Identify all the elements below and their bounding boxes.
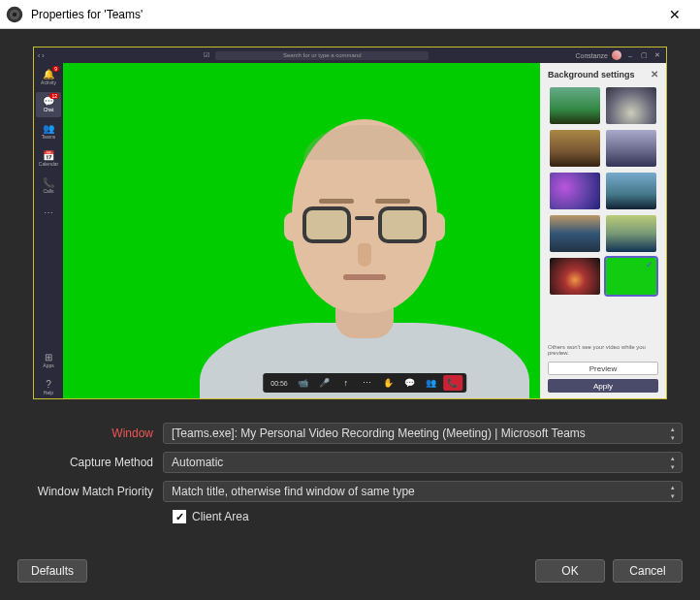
bg-option-1[interactable] xyxy=(606,87,656,124)
mic-icon[interactable]: 🎤 xyxy=(315,375,334,391)
bg-option-3[interactable] xyxy=(606,130,656,167)
titlebar: Properties for 'Teams' ✕ xyxy=(0,0,700,29)
teams-titlebar: ‹ › ☑ Search for or type a command Const… xyxy=(34,47,666,63)
meeting-time: 00:56 xyxy=(267,375,292,391)
teams-new-icon[interactable]: ☑ xyxy=(204,51,209,59)
priority-label: Window Match Priority xyxy=(17,485,163,498)
meeting-controls: 00:56 📹 🎤 ↑ ⋯ ✋ 💬 👥 📞 xyxy=(263,373,466,393)
capture-preview: ‹ › ☑ Search for or type a command Const… xyxy=(33,47,667,399)
share-icon[interactable]: ↑ xyxy=(336,375,356,391)
bg-option-2[interactable] xyxy=(550,130,600,167)
bg-note: Others won't see your video while you pr… xyxy=(540,344,666,360)
svg-point-2 xyxy=(13,12,17,16)
dialog-body: ‹ › ☑ Search for or type a command Const… xyxy=(0,29,700,600)
capture-label: Capture Method xyxy=(17,456,163,469)
close-button[interactable]: ✕ xyxy=(655,1,694,28)
rail-activity[interactable]: 🔔Activity9 xyxy=(36,65,61,90)
bg-option-5[interactable] xyxy=(606,173,656,209)
rail-help[interactable]: ?Help xyxy=(36,375,61,399)
rail-more[interactable]: ⋯ xyxy=(36,201,61,226)
dialog-buttons: Defaults OK Cancel xyxy=(17,559,683,583)
client-area-label: Client Area xyxy=(192,510,249,523)
rail-apps[interactable]: ⊞Apps xyxy=(36,348,61,373)
defaults-button[interactable]: Defaults xyxy=(17,559,87,583)
priority-select[interactable]: Match title, otherwise find window of sa… xyxy=(163,481,683,502)
cancel-button[interactable]: Cancel xyxy=(613,559,683,583)
bg-option-7[interactable] xyxy=(606,215,656,252)
bg-panel-title: Background settings xyxy=(548,70,635,79)
avatar[interactable] xyxy=(612,50,621,60)
bg-option-4[interactable] xyxy=(550,173,600,209)
bg-option-8[interactable] xyxy=(550,258,600,295)
raise-hand-icon[interactable]: ✋ xyxy=(379,375,398,391)
form: Window [Teams.exe]: My Personal Video Re… xyxy=(17,423,683,523)
bg-option-6[interactable] xyxy=(550,215,600,252)
person-green-screen xyxy=(190,80,539,399)
teams-back-icon[interactable]: ‹ › xyxy=(38,52,57,59)
spinner-icon[interactable]: ▴▾ xyxy=(666,425,680,442)
rail-chat[interactable]: 💬Chat12 xyxy=(36,92,61,117)
capture-select[interactable]: Automatic ▴▾ xyxy=(163,452,683,473)
obs-icon xyxy=(6,6,23,23)
dialog-title: Properties for 'Teams' xyxy=(31,8,655,21)
minimize-icon[interactable]: – xyxy=(625,50,635,60)
spinner-icon[interactable]: ▴▾ xyxy=(666,454,680,471)
chat-icon[interactable]: 💬 xyxy=(400,375,420,391)
teams-search-input[interactable]: Search for or type a command xyxy=(215,51,429,60)
background-settings-panel: Background settings ✕ xyxy=(540,63,666,399)
window-label: Window xyxy=(17,426,163,440)
window-value: [Teams.exe]: My Personal Video Recording… xyxy=(172,426,586,440)
video-area: 00:56 📹 🎤 ↑ ⋯ ✋ 💬 👥 📞 ☖ Background setti… xyxy=(63,63,666,399)
bg-option-9-selected[interactable] xyxy=(606,258,656,295)
client-area-checkbox[interactable]: ✓ xyxy=(173,510,186,523)
bg-apply-button[interactable]: Apply xyxy=(548,379,658,393)
teams-rail: 🔔Activity9 💬Chat12 👥Teams 📅Calendar 📞Cal… xyxy=(34,63,63,399)
hangup-icon[interactable]: 📞 xyxy=(443,375,462,391)
rail-calendar[interactable]: 📅Calendar xyxy=(36,146,61,172)
teams-username: Constanze xyxy=(576,52,608,59)
window-select[interactable]: [Teams.exe]: My Personal Video Recording… xyxy=(163,423,683,444)
rail-teams[interactable]: 👥Teams xyxy=(36,119,61,144)
bg-preview-button[interactable]: Preview xyxy=(548,362,658,375)
window-close-icon[interactable]: ✕ xyxy=(652,50,662,60)
camera-icon[interactable]: 📹 xyxy=(294,375,313,391)
more-icon[interactable]: ⋯ xyxy=(358,375,377,391)
bg-panel-close-icon[interactable]: ✕ xyxy=(651,69,658,79)
maximize-icon[interactable]: ▢ xyxy=(639,50,649,60)
people-icon[interactable]: 👥 xyxy=(422,375,441,391)
ok-button[interactable]: OK xyxy=(535,559,605,583)
priority-value: Match title, otherwise find window of sa… xyxy=(172,485,415,498)
rail-calls[interactable]: 📞Calls xyxy=(36,174,61,199)
spinner-icon[interactable]: ▴▾ xyxy=(666,483,680,500)
capture-value: Automatic xyxy=(172,456,223,469)
bg-option-0[interactable] xyxy=(550,87,600,124)
